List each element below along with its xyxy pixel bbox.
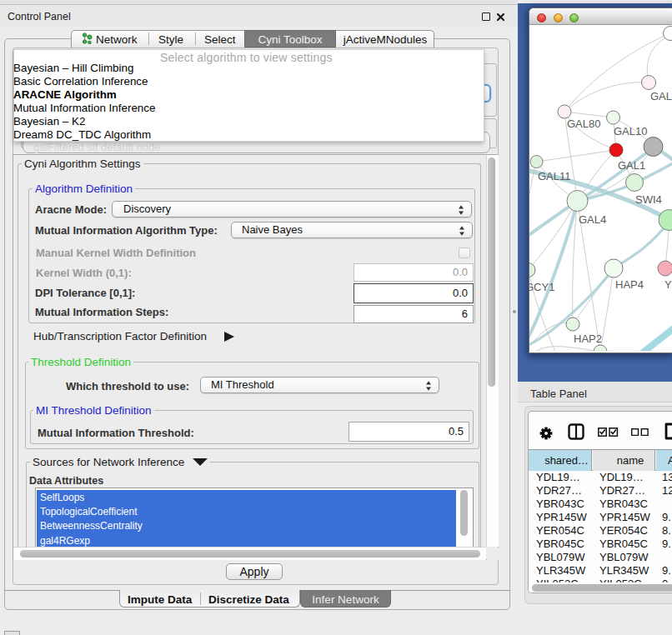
svg-text:GCY1: GCY1 — [529, 281, 554, 293]
svg-text:GAL10: GAL10 — [614, 125, 647, 138]
svg-text:HAP2: HAP2 — [574, 332, 602, 345]
svg-text:HAP4: HAP4 — [615, 278, 644, 291]
svg-text:GAL: GAL — [650, 90, 672, 102]
svg-text:Y: Y — [664, 278, 672, 291]
svg-text:GAL11: GAL11 — [538, 170, 571, 182]
svg-text:GAL4: GAL4 — [579, 213, 606, 226]
svg-text:GAL1: GAL1 — [618, 159, 645, 172]
svg-text:SWI4: SWI4 — [635, 193, 662, 206]
svg-text:GAL80: GAL80 — [567, 118, 600, 130]
